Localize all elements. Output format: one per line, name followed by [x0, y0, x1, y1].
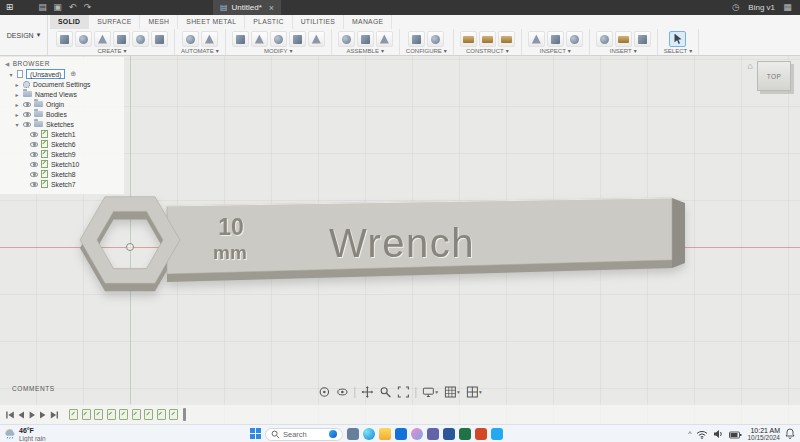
extensions-icon[interactable]: ▦ — [780, 0, 795, 15]
inspect-tool-icon[interactable] — [547, 31, 564, 47]
expand-arrow-icon[interactable]: ▸ — [14, 101, 20, 108]
construct-tool-icon[interactable] — [498, 31, 515, 47]
visibility-eye-icon[interactable] — [23, 102, 31, 107]
tab-mesh[interactable]: MESH — [140, 15, 178, 29]
file-explorer-icon[interactable] — [379, 428, 391, 440]
group-label-automate[interactable]: AUTOMATE ▾ — [181, 47, 219, 54]
group-label-insert[interactable]: INSERT ▾ — [610, 47, 637, 54]
viewports-icon[interactable]: ▾ — [466, 386, 482, 398]
active-document-name[interactable]: Bing v1 — [748, 3, 775, 12]
browser-item-document-settings[interactable]: ▸ Document Settings — [0, 79, 124, 89]
assemble-tool-icon[interactable] — [338, 31, 355, 47]
timeline-sketch-feature[interactable] — [132, 409, 141, 420]
wifi-icon[interactable] — [696, 425, 708, 442]
browser-item-sketch[interactable]: Sketch9 — [0, 149, 124, 159]
construct-tool-icon[interactable] — [460, 31, 477, 47]
copilot-icon[interactable] — [411, 428, 423, 440]
visibility-eye-icon[interactable] — [30, 172, 38, 177]
visibility-eye-icon[interactable] — [30, 152, 38, 157]
insert-tool-icon[interactable] — [634, 31, 651, 47]
close-tab-icon[interactable]: × — [269, 3, 274, 13]
job-status-icon[interactable]: ◷ — [728, 0, 743, 15]
visibility-eye-icon[interactable] — [30, 132, 38, 137]
visibility-eye-icon[interactable] — [30, 142, 38, 147]
taskbar-clock[interactable]: 10:21 AM 10/15/2024 — [747, 427, 780, 442]
redo-icon[interactable]: ↷ — [80, 0, 95, 15]
edge-browser-icon[interactable] — [363, 428, 375, 440]
timeline-sketch-feature[interactable] — [82, 409, 91, 420]
step-forward-button[interactable] — [37, 409, 48, 421]
group-label-inspect[interactable]: INSPECT ▾ — [540, 47, 571, 54]
teams-icon[interactable] — [427, 428, 439, 440]
expand-arrow-icon[interactable]: ▾ — [14, 121, 20, 128]
create-tool-icon[interactable] — [94, 31, 111, 47]
modify-tool-icon[interactable] — [232, 31, 249, 47]
home-view-icon[interactable]: ⌂ — [748, 61, 753, 71]
save-icon[interactable]: ▣ — [50, 0, 65, 15]
tray-chevron-up-icon[interactable]: ^ — [688, 430, 691, 438]
pan-icon[interactable] — [361, 386, 373, 398]
visibility-eye-icon[interactable] — [23, 112, 31, 117]
group-label-modify[interactable]: MODIFY ▾ — [264, 47, 292, 54]
play-button[interactable] — [26, 409, 37, 421]
add-icon[interactable]: ⊕ — [70, 70, 76, 78]
undo-icon[interactable]: ↶ — [65, 0, 80, 15]
insert-tool-icon[interactable] — [615, 31, 632, 47]
browser-item-sketch[interactable]: Sketch8 — [0, 169, 124, 179]
look-at-icon[interactable] — [336, 386, 348, 398]
browser-item-origin[interactable]: ▸ Origin — [0, 99, 124, 109]
inspect-tool-icon[interactable] — [566, 31, 583, 47]
notifications-icon[interactable] — [785, 425, 795, 442]
zoom-icon[interactable] — [379, 386, 391, 398]
visibility-eye-icon[interactable] — [30, 182, 38, 187]
wrench-model[interactable]: 10 10 mm mm Wrench Wrench — [72, 186, 702, 308]
configure-tool-icon[interactable] — [427, 31, 444, 47]
automate-tool-icon[interactable] — [182, 31, 199, 47]
microsoft-store-icon[interactable] — [395, 428, 407, 440]
expand-arrow-icon[interactable]: ▾ — [8, 71, 14, 78]
browser-item-bodies[interactable]: ▸ Bodies — [0, 109, 124, 119]
go-to-end-button[interactable] — [48, 409, 59, 421]
comments-panel-label[interactable]: COMMENTS — [12, 385, 55, 392]
timeline-sketch-feature[interactable] — [94, 409, 103, 420]
create-tool-icon[interactable] — [113, 31, 130, 47]
collapse-panel-icon[interactable]: ◀ — [5, 61, 10, 67]
modify-tool-icon[interactable] — [251, 31, 268, 47]
timeline-sketch-feature[interactable] — [107, 409, 116, 420]
vscode-icon[interactable] — [491, 428, 503, 440]
word-icon[interactable] — [443, 428, 455, 440]
group-label-select[interactable]: SELECT ▾ — [664, 47, 692, 54]
tab-sheet-metal[interactable]: SHEET METAL — [178, 15, 245, 29]
tab-plastic[interactable]: PLASTIC — [245, 15, 292, 29]
browser-root-row[interactable]: ▾ (Unsaved) ⊕ — [0, 69, 124, 79]
automate-tool-icon[interactable] — [201, 31, 218, 47]
grid-snaps-icon[interactable]: ▾ — [444, 386, 460, 398]
visibility-eye-icon[interactable] — [23, 122, 31, 127]
configure-tool-icon[interactable] — [408, 31, 425, 47]
tab-solid[interactable]: SOLID — [50, 15, 89, 29]
select-cursor-icon[interactable] — [669, 31, 686, 47]
visibility-eye-icon[interactable] — [30, 162, 38, 167]
app-grid-icon[interactable]: ⊞ — [2, 0, 17, 15]
tab-utilities[interactable]: UTILITIES — [293, 15, 344, 29]
browser-header[interactable]: ◀ BROWSER — [0, 59, 124, 69]
view-cube[interactable]: TOP — [757, 61, 791, 91]
assemble-tool-icon[interactable] — [376, 31, 393, 47]
browser-item-sketch[interactable]: Sketch7 — [0, 179, 124, 189]
group-label-construct[interactable]: CONSTRUCT ▾ — [466, 47, 509, 54]
powerpoint-icon[interactable] — [475, 428, 487, 440]
root-document-name[interactable]: (Unsaved) — [26, 69, 65, 79]
expand-arrow-icon[interactable]: ▸ — [14, 111, 20, 118]
go-to-start-button[interactable] — [4, 409, 15, 421]
browser-item-sketches[interactable]: ▾ Sketches — [0, 119, 124, 129]
timeline-marker[interactable] — [183, 408, 186, 421]
browser-item-sketch[interactable]: Sketch10 — [0, 159, 124, 169]
modify-tool-icon[interactable] — [308, 31, 325, 47]
inspect-tool-icon[interactable] — [528, 31, 545, 47]
battery-icon[interactable] — [729, 425, 742, 442]
insert-tool-icon[interactable] — [596, 31, 613, 47]
timeline-sketch-feature[interactable] — [69, 409, 78, 420]
viewport-canvas[interactable]: 10 10 mm mm Wrench Wrench ◀ BROWSER ▾ (U… — [0, 56, 800, 424]
assemble-tool-icon[interactable] — [357, 31, 374, 47]
create-tool-icon[interactable] — [56, 31, 73, 47]
